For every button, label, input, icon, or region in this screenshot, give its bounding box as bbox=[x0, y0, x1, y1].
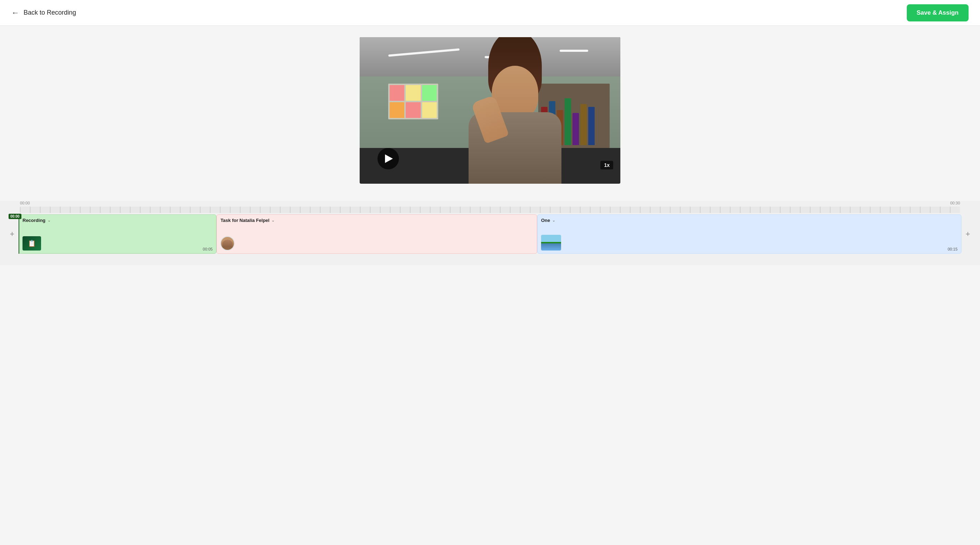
tracks-inner: 00:00 Recording ⌄ 📋 00:05 bbox=[19, 214, 961, 254]
track-one[interactable]: One ⌄ 00:15 bbox=[537, 214, 961, 254]
sticky-note bbox=[390, 85, 404, 101]
track-add-left-button[interactable]: + bbox=[6, 214, 19, 254]
playhead-line: 00:00 bbox=[19, 214, 19, 254]
track-task-label: Task for Natalia Felpel bbox=[220, 218, 269, 223]
sticky-note bbox=[422, 85, 437, 101]
recording-icon: 📋 bbox=[28, 239, 36, 247]
sticky-notes-board bbox=[388, 84, 438, 120]
back-arrow-icon[interactable]: ← bbox=[11, 8, 19, 18]
play-icon bbox=[385, 155, 393, 163]
sticky-note bbox=[406, 85, 420, 101]
video-scene: 1x bbox=[360, 37, 620, 184]
track-one-content bbox=[541, 235, 958, 250]
track-one-label: One bbox=[541, 218, 550, 223]
main-content: 1x 00:00 00:30 + 00:00 bbox=[0, 26, 980, 265]
track-one-timestamp: 00:15 bbox=[948, 247, 958, 251]
play-button[interactable] bbox=[377, 148, 399, 169]
track-recording-chevron: ⌄ bbox=[48, 218, 51, 223]
track-one-chevron: ⌄ bbox=[552, 218, 555, 223]
track-recording[interactable]: Recording ⌄ 📋 00:05 bbox=[19, 214, 216, 254]
header-left: ← Back to Recording bbox=[11, 8, 76, 18]
ruler-start-time: 00:00 bbox=[20, 201, 30, 205]
sticky-note bbox=[422, 102, 437, 118]
person-figure bbox=[452, 69, 578, 184]
timeline-section: 00:00 00:30 + 00:00 R bbox=[0, 201, 980, 265]
track-recording-content: 📋 bbox=[22, 236, 213, 250]
track-add-right-button[interactable]: + bbox=[961, 214, 974, 254]
ceiling-light-3 bbox=[560, 50, 588, 52]
ceiling-light-1 bbox=[388, 48, 460, 56]
track-task[interactable]: Task for Natalia Felpel ⌄ bbox=[216, 214, 537, 254]
track-one-thumbnail bbox=[541, 235, 561, 250]
ticks-row-wrapper bbox=[0, 207, 980, 213]
ticks-row bbox=[20, 207, 960, 213]
sticky-note bbox=[406, 102, 420, 118]
header-title: Back to Recording bbox=[24, 9, 76, 16]
tick-marks bbox=[20, 207, 960, 213]
track-task-content bbox=[220, 236, 533, 250]
sticky-note bbox=[390, 102, 404, 118]
save-assign-button[interactable]: Save & Assign bbox=[907, 4, 969, 21]
tracks-area: + 00:00 Recording ⌄ 📋 bbox=[0, 214, 980, 254]
track-recording-label: Recording bbox=[22, 218, 45, 223]
track-task-header: Task for Natalia Felpel ⌄ bbox=[220, 218, 533, 223]
speed-badge[interactable]: 1x bbox=[600, 161, 613, 169]
track-task-chevron: ⌄ bbox=[271, 218, 275, 223]
ruler-end-time: 00:30 bbox=[950, 201, 960, 205]
avatar-hair bbox=[223, 240, 232, 248]
playhead-time: 00:00 bbox=[9, 214, 21, 219]
book bbox=[581, 104, 587, 145]
book bbox=[588, 107, 595, 145]
app-header: ← Back to Recording Save & Assign bbox=[0, 0, 980, 26]
track-recording-timestamp: 00:05 bbox=[203, 247, 213, 251]
track-task-avatar bbox=[220, 236, 235, 250]
timeline-ruler: 00:00 00:30 bbox=[0, 201, 980, 205]
track-recording-header: Recording ⌄ bbox=[22, 218, 213, 223]
video-player: 1x bbox=[360, 37, 620, 184]
track-one-header: One ⌄ bbox=[541, 218, 958, 223]
track-recording-thumbnail: 📋 bbox=[22, 236, 41, 250]
